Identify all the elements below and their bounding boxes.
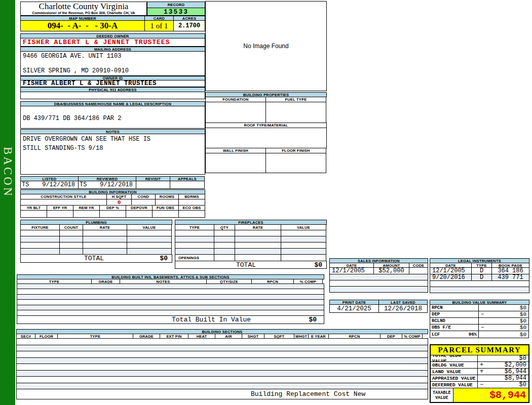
empty-cell <box>214 254 235 261</box>
parcel-summary-table: PARCEL SUMMARY TOTAL BLDG VALUE $0 OBLDG… <box>430 344 529 403</box>
ps-row-label: TOTAL BLDG VALUE <box>430 355 478 362</box>
ps-row-label: DEFERRED VALUE <box>430 381 478 388</box>
table-row: TOTAL BLDG VALUE $0 <box>430 355 529 362</box>
notes-line2: STILL STANDING-TS 9/18 <box>21 145 205 152</box>
sales-code-value <box>409 267 428 274</box>
ecoobs-value <box>178 210 205 218</box>
bvs-row-value: $0 <box>478 331 529 338</box>
bvs-row-label: RPCN <box>430 304 479 311</box>
building-sections-footer-row: Building Replacement Cost New <box>16 389 428 399</box>
record-value: 13533 <box>147 8 205 16</box>
county-title: Charlotte County Virginia <box>21 2 146 11</box>
owner-id-value: FISHER ALBERT L & JENNET TRUSTEES <box>20 80 205 87</box>
built-ins-total-label: Total Built In Value <box>172 316 251 323</box>
empty-row <box>16 351 428 358</box>
built-ins-total-value: $0 <box>251 316 324 323</box>
table-row: RPCN $0 <box>430 304 529 311</box>
empty-cell <box>16 363 428 371</box>
plumbing-total-value: $0 <box>104 255 172 262</box>
empty-cell <box>329 286 428 293</box>
depovr-value <box>126 210 153 218</box>
reviewed-value: TS9/12/2018 <box>78 181 136 189</box>
table-row: 12/1/2005 $52,000 <box>329 267 428 274</box>
li-bookpage-value: 439 771 <box>491 274 529 281</box>
deeded-owner-block: DEEDED OWNER FISHER ALBERT L & JENNET TR… <box>20 33 205 47</box>
table-row: RCLND $0 <box>430 317 529 325</box>
mailing-address-line1: 9466 GEORGIA AVE. UNIT 1103 <box>21 53 205 60</box>
funobs-value <box>152 210 179 218</box>
reviewed-by: TS <box>80 181 87 188</box>
empty-cell <box>16 376 428 383</box>
property-photo-panel: No Image Found <box>205 1 327 91</box>
fireplaces-openings-label: OPENINGS <box>175 254 214 261</box>
li-bookpage-value: 364 186 <box>491 267 529 274</box>
roof-type-value <box>205 128 327 148</box>
table-row: APPRAISED VALUE $8,944 <box>430 375 529 382</box>
bvs-op-text: − <box>481 325 484 331</box>
parcel-summary-title: PARCEL SUMMARY <box>430 345 529 355</box>
bvs-value-text: $0 <box>520 311 526 317</box>
ps-row-label: LAND VALUE <box>430 368 478 375</box>
ps-value-text: $6,944 <box>505 368 526 375</box>
property-record-card: BACON Charlotte County Virginia Commissi… <box>0 0 532 405</box>
map-card-acres-table: MAP NUMBER CARD ACRES 094- - A- - - 30-A… <box>20 16 205 31</box>
table-row: DEFERRED VALUE −$0 <box>430 381 529 388</box>
bvs-value-text: $0 <box>520 305 526 311</box>
last-saved-value: 12/26/2018 <box>378 304 428 313</box>
table-row: LAND VALUE +$6,944 <box>430 368 529 375</box>
bvs-value-text: $0 <box>520 325 526 331</box>
empty-cell <box>430 287 529 293</box>
bvs-label-text: LCF <box>432 332 440 337</box>
taxable-value: $8,944 <box>453 388 529 402</box>
bvs-op-text: − <box>481 311 484 317</box>
building-sections-table: BUILDING SECTIONS SEC# FLOOR TYPE GRADE … <box>16 329 428 399</box>
bvs-row-value: −$0 <box>478 311 529 318</box>
sales-date-value: 12/1/2005 <box>329 267 374 274</box>
bvs-row-label: RCLND <box>430 317 479 325</box>
building-properties-table: BUILDING PROPERTIES FOUNDATION FUEL TYPE… <box>205 92 327 173</box>
ps-op-text: + <box>480 368 483 375</box>
deeded-owner-value: FISHER ALBERT L & JENNET TRUSTEES <box>20 38 205 47</box>
bvs-label-text: DEP <box>432 312 440 317</box>
bvs-row-label: LCF96% <box>430 331 479 338</box>
ps-row-value: +$6,944 <box>477 368 529 375</box>
ps-value-text: $2,000 <box>505 361 526 369</box>
ps-op-text: − <box>480 381 483 388</box>
table-row: DEP −$0 <box>430 311 529 318</box>
physical-address-block: PHYSICAL 911 ADDRESS <box>20 87 205 99</box>
table-row: LCF96% $0 <box>430 331 529 338</box>
owner-id-block: OWNER ID FISHER ALBERT L & JENNET TRUSTE… <box>20 76 205 87</box>
bvs-label-text: RPCN <box>432 305 443 310</box>
empty-row <box>16 376 428 383</box>
li-type-value: D <box>471 274 492 281</box>
bvs-row-label: DEP <box>430 311 479 318</box>
ps-value-text: $8,944 <box>505 375 526 382</box>
listed-by: TS <box>22 181 29 188</box>
reviewed-date: 9/12/2018 <box>100 181 133 188</box>
review-table: LISTED REVIEWED REVISIT APPEALS TS9/12/2… <box>20 176 205 189</box>
bvs-label-text: OBS F/E <box>432 325 451 330</box>
floor-finish-value <box>265 153 326 173</box>
li-type-value: D <box>471 267 492 274</box>
empty-cell <box>235 254 281 261</box>
sidebar-strip <box>0 0 15 405</box>
ps-row-value: $0 <box>477 355 529 362</box>
plumbing-table: PLUMBING FIXTURE COUNT RATE VALUE TOTAL … <box>20 220 172 263</box>
no-image-text: No Image Found <box>243 43 288 50</box>
county-subtitle: Commissioner of the Revenue, PO Box 308,… <box>21 11 146 15</box>
li-date-value: 9/20/2016 <box>430 274 472 281</box>
effyr-value <box>47 210 73 218</box>
fireplaces-total-value: $0 <box>256 261 326 269</box>
bvs-value-text: $0 <box>520 332 526 338</box>
legal-description-block: DBA/BUISNESS NAME/HOUSE NAME & LEGAL DES… <box>20 101 205 129</box>
legal-instruments-table: LEGAL INSTRUMENTS DATE TYPE BOOK PAGE 12… <box>430 258 529 293</box>
ps-row-value: −$0 <box>477 381 529 388</box>
bvs-label-text: RCLND <box>432 318 445 323</box>
card-value: 1 of 1 <box>144 20 174 31</box>
empty-row <box>16 363 428 371</box>
remyr-value <box>73 210 100 218</box>
print-saved-table: PRINT DATE LAST SAVED 4/21/2025 12/26/20… <box>329 300 428 313</box>
empty-row <box>329 286 428 293</box>
ps-row-value: $8,944 <box>477 375 529 382</box>
notes-box: DRIVE OVERGROWN CAN SEE THAT HSE IS STIL… <box>20 134 205 175</box>
